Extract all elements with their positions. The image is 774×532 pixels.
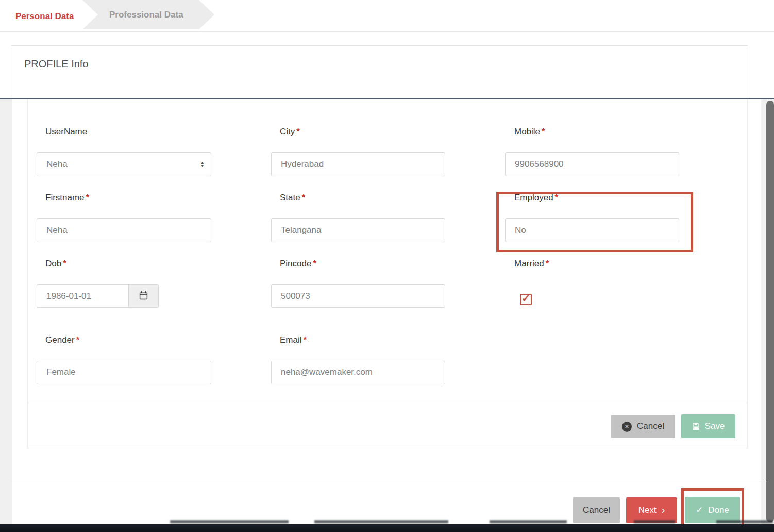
state-label: State* [280, 193, 305, 203]
username-select[interactable]: Neha ▴▾ [37, 152, 211, 176]
select-arrows-icon: ▴▾ [201, 161, 204, 168]
calendar-icon [139, 291, 148, 302]
footer-divider [11, 482, 767, 482]
pincode-input[interactable] [271, 284, 445, 308]
check-icon: ✓ [696, 505, 703, 516]
dob-calendar-button[interactable] [129, 284, 159, 308]
wizard-header: Personal Data Professional Data [0, 0, 774, 32]
state-input[interactable] [271, 218, 445, 242]
username-label: UserName [45, 127, 89, 137]
gender-label: Gender* [45, 335, 79, 346]
firstname-input[interactable] [37, 218, 211, 242]
city-input[interactable] [271, 152, 445, 176]
tab-professional-data[interactable]: Professional Data [82, 0, 214, 29]
bottom-taskbar [0, 524, 774, 532]
mobile-label: Mobile* [514, 127, 545, 137]
email-input[interactable] [271, 361, 445, 384]
employed-label: Employed* [514, 193, 558, 203]
mobile-input[interactable] [505, 152, 679, 176]
blurred-background-content [155, 519, 721, 524]
save-icon [692, 422, 700, 430]
gender-input[interactable] [37, 361, 211, 384]
dob-label: Dob* [45, 259, 66, 269]
dob-date-group [37, 284, 159, 308]
firstname-label: Firstname* [45, 193, 89, 203]
profile-card [11, 45, 748, 98]
married-checkbox[interactable]: ✓ [520, 294, 532, 305]
page-gutter [0, 99, 12, 524]
tab-personal-data[interactable]: Personal Data [15, 11, 74, 22]
checkmark-icon: ✓ [521, 292, 531, 304]
cancel-circle-icon: ✕ [622, 422, 632, 432]
dob-input[interactable] [37, 284, 129, 308]
city-label: City* [280, 127, 300, 137]
form-footer-divider [27, 403, 748, 403]
email-label: Email* [280, 335, 307, 346]
pincode-label: Pincode* [280, 259, 316, 269]
form-save-button[interactable]: Save [681, 414, 735, 438]
tab-professional-data-label: Professional Data [109, 10, 183, 20]
married-label: Married* [514, 259, 549, 269]
employed-input[interactable] [505, 218, 679, 242]
username-select-value: Neha [46, 159, 68, 169]
profile-form-panel [27, 99, 748, 448]
form-cancel-button[interactable]: ✕ Cancel [611, 415, 675, 438]
scrollbar-thumb[interactable] [766, 101, 774, 522]
page-title: PROFILE Info [24, 58, 89, 70]
